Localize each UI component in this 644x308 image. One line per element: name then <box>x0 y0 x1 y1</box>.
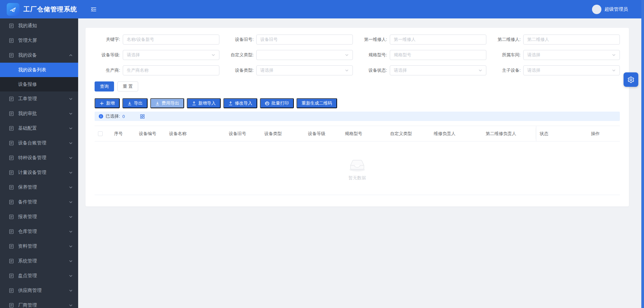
sidebar-item[interactable]: 资料管理 <box>0 239 78 254</box>
chevron-down-icon <box>345 53 349 57</box>
toolbar-button[interactable]: 导出 <box>122 98 148 108</box>
sidebar-item[interactable]: 计量设备管理 <box>0 165 78 180</box>
filter-label: 设备类型: <box>228 67 256 73</box>
sidebar-item[interactable]: 报表管理 <box>0 209 78 224</box>
search-button[interactable]: 查询 <box>95 81 114 91</box>
filter-input[interactable]: 规格型号 <box>390 50 486 60</box>
sidebar-item[interactable]: 仓库管理 <box>0 224 78 239</box>
toolbar-button[interactable]: 新增导入 <box>187 98 221 108</box>
filter-input[interactable]: 名称/设备新号 <box>123 35 219 45</box>
placeholder-text: 设备旧号 <box>260 37 278 43</box>
menu-doc-icon <box>9 185 14 190</box>
filter-label: 设备状态: <box>362 67 390 73</box>
filter-field: 设备等级:请选择 <box>95 50 219 60</box>
chevron-down-icon <box>69 97 73 101</box>
sidebar-item[interactable]: 我的通知 <box>0 18 78 33</box>
filter-select[interactable]: 请选择 <box>256 65 353 75</box>
sidebar-item[interactable]: 供应商管理 <box>0 283 78 298</box>
menu-doc-icon <box>9 53 14 58</box>
filter-field: 自定义类型: <box>228 50 353 60</box>
sidebar-item[interactable]: 我的设备 <box>0 48 78 63</box>
sidebar-item[interactable]: 厂商管理 <box>0 298 78 308</box>
sidebar-subitem[interactable]: 设备报修 <box>0 77 78 91</box>
sidebar-item[interactable]: 特种设备管理 <box>0 150 78 165</box>
menu-doc-icon <box>9 140 14 146</box>
sidebar-item[interactable]: 盘点管理 <box>0 268 78 283</box>
filter-select[interactable]: 请选择 <box>523 65 620 75</box>
sidebar-item[interactable]: 备件管理 <box>0 195 78 209</box>
scrollbar[interactable] <box>641 0 644 308</box>
filter-input[interactable]: 第二维修人 <box>523 35 620 45</box>
column-settings-button[interactable] <box>624 72 638 87</box>
toolbar-button[interactable]: 费用导出 <box>150 98 184 108</box>
empty-state: 暂无数据 <box>346 156 368 181</box>
chevron-down-icon <box>69 156 73 160</box>
placeholder-text: 规格型号 <box>394 52 411 58</box>
sidebar-item-label: 报表管理 <box>18 214 69 220</box>
placeholder-text: 请选择 <box>527 52 612 58</box>
chevron-down-icon <box>69 141 73 145</box>
sidebar-collapse-icon[interactable] <box>89 5 98 14</box>
chevron-down-icon <box>69 126 73 130</box>
sidebar-item-label: 基础配置 <box>18 125 69 131</box>
chevron-down-icon <box>69 200 73 204</box>
filter-select[interactable] <box>256 50 353 60</box>
filter-field: 主子设备:请选择 <box>495 65 620 75</box>
sidebar-item[interactable]: 系统管理 <box>0 254 78 268</box>
user-menu[interactable]: 超级管理员 <box>592 5 628 14</box>
chevron-down-icon <box>612 68 616 72</box>
table-header-cell: 设备编号 <box>136 126 166 141</box>
sidebar-item-label: 系统管理 <box>18 258 69 264</box>
chevron-down-icon <box>69 112 73 116</box>
toolbar-button[interactable]: 新增 <box>95 98 120 108</box>
menu-doc-icon <box>9 199 14 205</box>
sidebar-item[interactable]: 我的审批 <box>0 106 78 121</box>
placeholder-text: 请选择 <box>260 67 345 73</box>
chevron-down-icon <box>69 185 73 189</box>
sidebar-item[interactable]: 保养管理 <box>0 180 78 195</box>
placeholder-text: 第二维修人 <box>527 37 549 43</box>
sidebar-subitem[interactable]: 我的设备列表 <box>0 63 78 77</box>
selection-label: 已选择: <box>106 113 120 119</box>
sidebar-item-label: 厂商管理 <box>18 302 69 308</box>
sidebar-item[interactable]: 工单管理 <box>0 91 78 106</box>
toolbar-button[interactable]: 重新生成二维码 <box>297 98 337 108</box>
action-toolbar: 新增导出费用导出新增导入修改导入批量打印重新生成二维码 <box>95 98 620 108</box>
filter-field: 关键字:名称/设备新号 <box>95 35 219 45</box>
top-header: 工厂仓储管理系统 超级管理员 <box>0 0 644 18</box>
toolbar-button[interactable]: 批量打印 <box>260 98 294 108</box>
device-table: 序号设备编号设备名称设备旧号设备类型设备等级规格型号自定义类型维修负责人第二维修… <box>95 126 620 195</box>
sidebar: 我的通知管理大屏我的设备我的设备列表设备报修工单管理我的审批基础配置设备台账管理… <box>0 18 78 308</box>
username: 超级管理员 <box>604 6 628 12</box>
table-header-cell: 操作 <box>588 126 626 141</box>
filter-input[interactable]: 第一维修人 <box>390 35 486 45</box>
filter-field: 所属车间:请选择 <box>495 50 620 60</box>
filter-select[interactable]: 请选择 <box>390 65 486 75</box>
menu-doc-icon <box>9 273 14 279</box>
menu-doc-icon <box>9 38 14 43</box>
filter-input[interactable]: 设备旧号 <box>256 35 353 45</box>
placeholder-text: 第一维修人 <box>394 37 416 43</box>
filter-select[interactable]: 请选择 <box>523 50 620 60</box>
menu-doc-icon <box>9 111 14 116</box>
chevron-down-icon <box>211 53 215 57</box>
table-body: 暂无数据 <box>95 141 620 195</box>
toolbar-button[interactable]: 修改导入 <box>223 98 257 108</box>
sidebar-item[interactable]: 管理大屏 <box>0 33 78 48</box>
sidebar-item[interactable]: 设备台账管理 <box>0 136 78 150</box>
grid-view-icon[interactable] <box>140 114 145 119</box>
sidebar-item[interactable]: 基础配置 <box>0 121 78 136</box>
select-all-cell <box>95 126 111 141</box>
menu-doc-icon <box>9 23 14 28</box>
menu-doc-icon <box>9 126 14 131</box>
reset-button[interactable]: 重 置 <box>117 81 138 91</box>
filter-label: 主子设备: <box>495 67 523 73</box>
filter-input[interactable]: 生产商名称 <box>123 65 219 75</box>
filter-select[interactable]: 请选择 <box>123 50 219 60</box>
placeholder-text: 名称/设备新号 <box>127 37 154 43</box>
empty-box-icon <box>346 156 368 172</box>
device-list-card: 关键字:名称/设备新号设备旧号:设备旧号第一维修人:第一维修人第二维修人:第二维… <box>86 28 629 206</box>
sidebar-item-label: 备件管理 <box>18 199 69 205</box>
sidebar-item-label: 管理大屏 <box>18 38 73 44</box>
select-all-checkbox[interactable] <box>98 131 103 136</box>
